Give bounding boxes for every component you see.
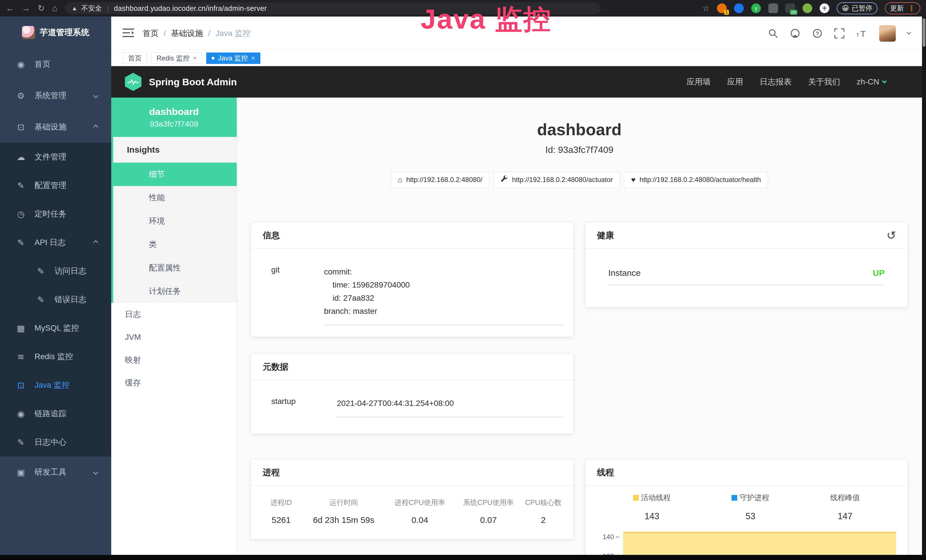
svg-text:т: т xyxy=(856,31,859,38)
sidebar-item-label: 定时任务 xyxy=(35,209,67,219)
history-icon[interactable]: ↺ xyxy=(887,229,896,242)
sidebar-item-dev-tools[interactable]: ▣ 研发工具 xyxy=(0,456,111,488)
health-url-button[interactable]: ♥http://192.168.0.2:48080/actuator/healt… xyxy=(624,172,768,188)
menu-item-logs[interactable]: 日志 xyxy=(111,303,237,326)
font-size-icon[interactable]: тT xyxy=(856,28,868,38)
extension-icon-pin[interactable] xyxy=(734,3,744,13)
sba-nav-wall[interactable]: 应用墙 xyxy=(687,76,711,87)
reload-icon[interactable]: ↻ xyxy=(38,4,45,12)
chrome-update-button[interactable]: 更新 ⋮ xyxy=(885,2,920,14)
sba-nav-applications[interactable]: 应用 xyxy=(727,76,743,87)
chevron-down-icon xyxy=(882,79,887,83)
sidebar-item-java-monitor[interactable]: ⊡Java 监控 xyxy=(0,371,111,400)
instance-header[interactable]: dashboard 93a3fc7f7409 xyxy=(111,98,237,137)
extension-icon-orange[interactable]: 1 xyxy=(717,3,727,13)
url-text[interactable]: dashboard.yudao.iocoder.cn/infra/admin-s… xyxy=(114,4,267,12)
health-key: Instance xyxy=(608,268,640,278)
info-card: 信息 git commit: time: 1596289704000 id: 2… xyxy=(251,222,573,337)
threads-card: 线程 活动线程 143 守护进程 53 线程峰值 147 xyxy=(585,459,908,555)
page-title: dashboard xyxy=(237,120,922,139)
extensions-puzzle-icon[interactable]: ✚ xyxy=(820,3,829,13)
tab-home[interactable]: 首页 xyxy=(123,53,147,64)
sidebar-item-mysql-monitor[interactable]: ▦MySQL 监控 xyxy=(0,314,111,342)
edit-icon: ✎ xyxy=(16,238,26,248)
info-value: commit: time: 1596289704000 id: 27aa832 … xyxy=(324,265,563,325)
sidebar-item-scheduled-tasks[interactable]: ◷定时任务 xyxy=(0,200,111,228)
service-url-button[interactable]: ⌂http://192.168.0.2:48080/ xyxy=(391,172,490,188)
close-icon[interactable]: × xyxy=(193,54,197,62)
sidebar-item-home[interactable]: ◉ 首页 xyxy=(0,48,111,80)
legend-label: 守护进程 xyxy=(740,493,769,502)
menu-item-jvm[interactable]: JVM xyxy=(111,326,237,349)
health-row[interactable]: Instance UP xyxy=(608,268,885,278)
breadcrumb-home[interactable]: 首页 xyxy=(142,28,159,39)
kebab-menu-icon[interactable]: ⋮ xyxy=(908,4,915,13)
sba-nav-about[interactable]: 关于我们 xyxy=(808,76,840,87)
instance-sidebar: dashboard 93a3fc7f7409 Insights 细节 性能 环境… xyxy=(111,98,237,555)
bookmark-star-icon[interactable]: ☆ xyxy=(702,4,710,13)
menu-item-mappings[interactable]: 映射 xyxy=(111,349,237,371)
avatar-caret-icon[interactable] xyxy=(906,30,911,35)
sba-brand-title[interactable]: Spring Boot Admin xyxy=(149,76,237,88)
sidebar-item-label: Java 监控 xyxy=(35,380,70,390)
sba-logo-icon[interactable] xyxy=(125,73,141,91)
actuator-url-button[interactable]: http://192.168.0.2:48080/actuator xyxy=(493,172,620,188)
hamburger-icon[interactable] xyxy=(123,28,134,39)
not-secure-warning-icon[interactable]: ▲ xyxy=(71,5,77,12)
back-icon[interactable]: ← xyxy=(6,4,14,12)
menu-item-metrics[interactable]: 性能 xyxy=(113,186,237,209)
search-icon[interactable] xyxy=(768,28,778,38)
sidebar-item-label: API 日志 xyxy=(35,237,66,248)
sba-language-select[interactable]: zh-CN xyxy=(857,77,886,86)
sidebar-item-label: 首页 xyxy=(35,59,50,70)
extension-icon-grid[interactable] xyxy=(768,3,778,13)
menu-item-caches[interactable]: 缓存 xyxy=(111,371,237,394)
legend-label: 活动线程 xyxy=(641,493,671,502)
insights-group-header[interactable]: Insights xyxy=(113,137,237,163)
metadata-card-body: startup 2021-04-27T00:44:31.254+08:00 xyxy=(251,380,573,417)
sidebar-item-config-mgmt[interactable]: ✎配置管理 xyxy=(0,171,111,200)
sidebar-item-tracing[interactable]: ◉链路追踪 xyxy=(0,400,111,428)
fullscreen-icon[interactable] xyxy=(834,28,844,38)
eye-icon: ◉ xyxy=(16,409,26,419)
menu-item-config-props[interactable]: 配置属性 xyxy=(113,256,237,280)
tab-redis-monitor[interactable]: Redis 监控× xyxy=(151,53,202,64)
chevron-up-icon xyxy=(93,124,98,130)
row-underline xyxy=(324,325,563,325)
home-icon: ⌂ xyxy=(398,176,402,184)
tab-java-monitor[interactable]: Java 监控× xyxy=(206,53,260,64)
extension-icon-y[interactable]: y xyxy=(751,3,761,13)
sidebar-item-log-center[interactable]: ✎日志中心 xyxy=(0,428,111,456)
home-icon[interactable]: ⌂ xyxy=(52,4,57,12)
brand[interactable]: 芋道管理系统 xyxy=(0,17,111,48)
page-scrollbar[interactable] xyxy=(922,17,926,560)
sidebar-item-access-logs[interactable]: ✎访问日志 xyxy=(0,257,111,285)
menu-item-scheduled-tasks[interactable]: 计划任务 xyxy=(113,280,237,303)
sidebar-item-redis-monitor[interactable]: ≋Redis 监控 xyxy=(0,342,111,371)
forward-icon[interactable]: → xyxy=(22,4,30,12)
sidebar-item-file-mgmt[interactable]: ☁文件管理 xyxy=(0,143,111,171)
user-avatar[interactable] xyxy=(879,25,896,42)
screenshot-bottom-edge xyxy=(0,555,926,560)
sba-nav-journal[interactable]: 日志报表 xyxy=(760,76,792,87)
menu-item-classes[interactable]: 类 xyxy=(113,233,237,256)
menu-item-environment[interactable]: 环境 xyxy=(113,209,237,233)
github-icon[interactable] xyxy=(790,28,800,39)
sidebar-item-error-logs[interactable]: ✎错误日志 xyxy=(0,285,111,314)
profile-paused-chip[interactable]: 😀 已暂停 xyxy=(837,2,878,14)
extension-icon-leaf[interactable] xyxy=(802,3,812,13)
breadcrumb-separator: / xyxy=(164,29,166,38)
process-card-header: 进程 xyxy=(251,460,573,486)
sidebar-item-system[interactable]: ⚙ 系统管理 xyxy=(0,80,111,111)
menu-item-details[interactable]: 细节 xyxy=(113,163,237,186)
active-tab-dot xyxy=(212,57,215,60)
close-icon[interactable]: × xyxy=(251,54,255,62)
sidebar-item-infra[interactable]: ⊡ 基础设施 xyxy=(0,111,111,143)
card-title: 元数据 xyxy=(263,361,288,373)
extension-icon-tampermonkey[interactable]: on xyxy=(785,3,795,13)
sidebar-item-api-logs[interactable]: ✎API 日志 xyxy=(0,228,111,257)
legend-daemon-threads: 守护进程 53 xyxy=(731,493,769,522)
scrollbar-thumb[interactable] xyxy=(923,18,925,47)
help-icon[interactable]: ? xyxy=(812,28,823,39)
breadcrumb-infra[interactable]: 基础设施 xyxy=(171,28,203,39)
